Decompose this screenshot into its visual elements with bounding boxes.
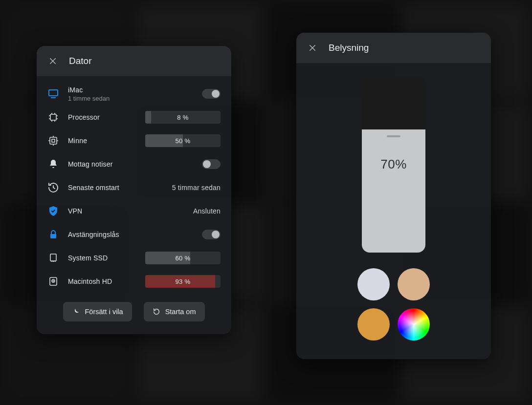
notifications-label: Mottag notiser [68,160,127,168]
color-swatch-amber[interactable] [357,308,390,341]
processor-label: Processor [68,113,127,121]
hdd-icon [47,276,59,287]
vpn-label: VPN [68,207,127,215]
sleep-button[interactable]: Försätt i vila [63,302,132,321]
moon-icon [72,308,80,316]
history-icon [47,182,59,193]
color-swatch-white[interactable] [357,268,390,300]
sleep-button-label: Försätt i vila [85,308,123,316]
vpn-row: VPN Ansluten [47,199,221,223]
cpu-icon [47,111,59,123]
processor-value: 8 % [145,111,221,124]
svg-rect-4 [50,114,56,120]
processor-row: Processor 8 % [47,106,221,129]
ssd-bar: 60 % [145,252,221,264]
lighting-card: Belysning 70% [296,33,491,359]
last-restart-value: 5 timmar sedan [172,184,221,192]
memory-value: 50 % [145,134,221,147]
restart-button-label: Starta om [165,308,196,316]
slider-grip-icon [387,135,400,137]
computer-card-header: Dator [37,46,231,76]
svg-rect-13 [50,137,57,144]
last-restart-label: Senaste omstart [68,184,127,192]
hdd-row: Macintosh HD 93 % [47,270,221,293]
color-swatches [357,268,430,341]
lighting-card-header: Belysning [296,33,491,63]
close-icon[interactable] [48,57,57,65]
ssd-row: System SSD 60 % [47,246,221,270]
bell-icon [47,158,59,170]
lock-icon [47,229,59,240]
svg-rect-2 [49,90,58,96]
brightness-value: 70% [380,157,407,172]
hdd-bar: 93 % [145,275,221,288]
last-restart-row: Senaste omstart 5 timmar sedan [47,176,221,199]
device-toggle[interactable] [202,89,221,99]
vpn-value: Ansluten [193,207,221,215]
computer-card-title: Dator [69,56,91,66]
lighting-card-body: 70% [296,63,491,358]
hdd-label: Macintosh HD [68,277,127,285]
svg-point-29 [53,280,53,281]
monitor-icon [47,88,59,100]
device-name: iMac [68,86,127,94]
actions-row: Försätt i vila Starta om [47,302,221,321]
ssd-label: System SSD [68,254,127,262]
svg-line-20 [53,188,55,189]
ssd-value: 60 % [145,252,221,264]
shield-icon [47,205,59,217]
hdd-value: 93 % [145,275,221,288]
shutdown-lock-row: Avstängningslås [47,223,221,246]
ssd-icon [47,252,59,264]
color-swatch-custom[interactable] [398,308,430,341]
brightness-slider[interactable]: 70% [362,77,425,253]
notifications-row: Mottag notiser [47,152,221,176]
device-subtitle: 1 timme sedan [68,95,127,102]
close-icon[interactable] [308,43,317,52]
processor-bar: 8 % [145,111,221,124]
shutdown-lock-toggle[interactable] [202,230,221,239]
notifications-toggle[interactable] [202,159,221,169]
svg-rect-14 [52,139,55,142]
shutdown-lock-label: Avstängningslås [68,231,127,238]
restart-icon [153,308,160,316]
device-row: iMac 1 timme sedan [47,82,221,106]
lighting-card-title: Belysning [329,43,369,53]
memory-label: Minne [68,137,127,145]
memory-row: Minne 50 % [47,129,221,152]
svg-rect-22 [50,254,56,261]
memory-icon [47,135,59,147]
computer-card: Dator iMac 1 timme sedan [37,46,231,334]
restart-button[interactable]: Starta om [144,302,205,321]
svg-rect-21 [50,234,56,238]
color-swatch-warm[interactable] [398,268,430,300]
computer-card-body: iMac 1 timme sedan Processor 8 [37,76,231,334]
memory-bar: 50 % [145,134,221,147]
